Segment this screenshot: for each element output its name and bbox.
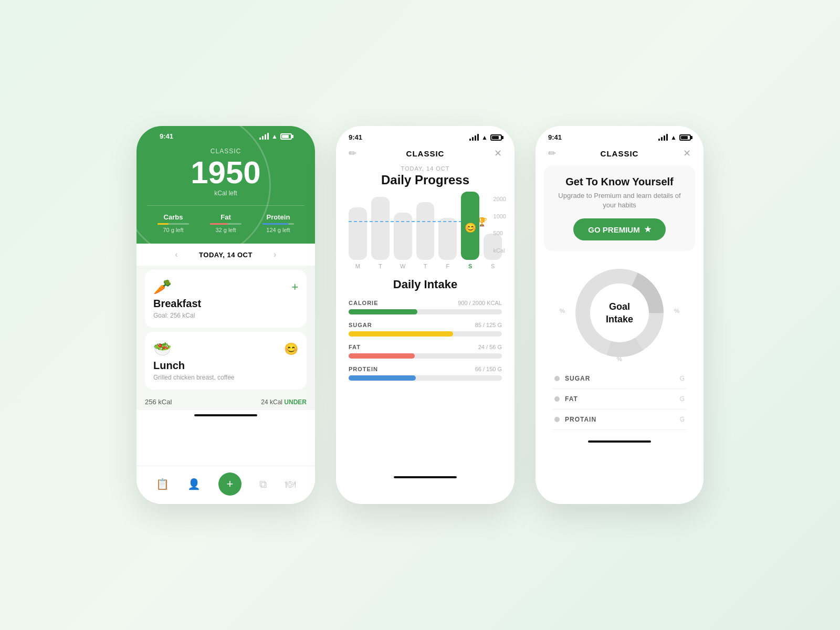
date-nav: ‹ TODAY, 14 OCT ›	[136, 244, 315, 266]
intake-title: Daily Intake	[349, 278, 502, 291]
nav-profile[interactable]: 👤	[187, 478, 201, 490]
kcal-display: 1950	[147, 157, 304, 188]
classic-label-1: CLASSIC	[147, 148, 304, 155]
bar-t2	[416, 202, 435, 260]
phone-2-topbar: ✏ CLASSIC ✕	[336, 143, 514, 165]
time-2: 9:41	[349, 133, 362, 141]
signal-icon	[259, 133, 269, 140]
star-icon: ★	[644, 225, 651, 234]
bottom-nav-1: 📋 👤 + ⧉ 🍽	[136, 466, 315, 504]
bar-col-t1: T	[371, 197, 390, 269]
legend-protein: PROTAIN G	[552, 410, 687, 430]
phone-1-body: ‹ TODAY, 14 OCT › 🥕 + Breakfast Goal: 25…	[136, 244, 315, 410]
bar-m	[349, 207, 367, 260]
percent-left: %	[560, 308, 565, 314]
premium-sub: Upgrade to Premium and learn details of …	[554, 191, 685, 210]
premium-title: Get To Know Yourself	[554, 176, 685, 188]
lunch-status-icon: 😊	[284, 342, 298, 356]
bar-col-t2: T	[416, 202, 435, 269]
status-bar-2: 9:41 ▲	[336, 126, 514, 143]
nav-cards[interactable]: ⧉	[259, 478, 267, 490]
bar-chart-inner: M T W T F	[349, 196, 502, 269]
legend-section: SUGAR G FAT G PROTAIN G	[544, 369, 695, 430]
wifi-icon-3: ▲	[670, 134, 677, 141]
lunch-emoji: 🥗	[153, 340, 172, 358]
donut-center-label: GoalIntake	[606, 301, 633, 326]
nav-diary[interactable]: 📋	[156, 478, 169, 490]
intake-section: Daily Intake CALORIE 900 / 2000 KCAL SUG…	[336, 269, 514, 396]
wifi-icon: ▲	[271, 133, 278, 140]
footer-under: 24 kCal UNDER	[261, 398, 307, 406]
close-button-2[interactable]: ✕	[494, 148, 502, 159]
home-indicator-3	[588, 440, 651, 443]
footer-kcal: 256 kCal	[145, 398, 172, 406]
donut-section: GoalIntake % % %	[544, 261, 695, 364]
legend-fat: FAT G	[552, 389, 687, 410]
phone3-body: Get To Know Yourself Upgrade to Premium …	[536, 165, 704, 430]
premium-card: Get To Know Yourself Upgrade to Premium …	[544, 165, 695, 251]
breakfast-goal: Goal: 256 kCal	[153, 312, 298, 319]
next-arrow[interactable]: ›	[274, 250, 277, 259]
phone3-topbar: ✏ CLASSIC ✕	[536, 143, 704, 165]
phone-3: 9:41 ▲ ✏ CLASSIC ✕ Get To Know Yourself …	[536, 126, 704, 504]
wifi-icon-2: ▲	[481, 134, 488, 141]
go-premium-button[interactable]: GO PREMIUM ★	[573, 218, 665, 240]
bar-t1	[371, 197, 390, 260]
sugar-dot	[554, 376, 560, 381]
add-breakfast-button[interactable]: +	[291, 280, 298, 294]
signal-icon-2	[469, 134, 479, 141]
donut-wrapper: GoalIntake % % %	[544, 257, 695, 369]
time-3: 9:41	[548, 133, 562, 141]
nutrient-protein: PROTEIN 66 / 150 G	[349, 366, 502, 381]
bar-col-m: M	[349, 207, 367, 269]
macro-carbs: Carbs 70 g left	[158, 213, 189, 233]
edit-icon[interactable]: ✏	[349, 148, 356, 159]
time-1: 9:41	[160, 132, 173, 140]
home-indicator-2	[394, 476, 457, 478]
status-bar-1: 9:41 ▲	[147, 126, 304, 142]
bar-col-s1: 😊 S	[461, 192, 479, 269]
close-button-3[interactable]: ✕	[683, 148, 691, 159]
date-label: TODAY, 14 OCT	[199, 251, 253, 259]
macro-protein: Protein 124 g left	[262, 213, 294, 233]
nutrient-fat: FAT 24 / 56 G	[349, 344, 502, 359]
y-labels: 2000 1000 500 kCal	[494, 196, 506, 254]
prev-arrow[interactable]: ‹	[175, 250, 178, 259]
protein-dot	[554, 417, 560, 422]
signal-icon-3	[658, 134, 668, 141]
lunch-card: 🥗 😊 Lunch Grilled chicken breast, coffee	[145, 332, 307, 390]
home-indicator-1	[194, 414, 257, 416]
status-bar-3: 9:41 ▲	[536, 126, 704, 143]
phone2-title: CLASSIC	[406, 149, 445, 158]
legend-sugar: SUGAR G	[552, 369, 687, 389]
nav-add-button[interactable]: +	[218, 472, 242, 496]
percent-right: %	[674, 308, 679, 314]
bar-f	[438, 218, 457, 260]
go-premium-label: GO PREMIUM	[588, 225, 639, 234]
bar-col-f: F	[438, 218, 457, 269]
bar-chart: 🏆 M T W T	[336, 196, 514, 269]
battery-icon	[280, 133, 292, 140]
macro-fat: Fat 32 g left	[210, 213, 242, 233]
bar-w	[394, 213, 412, 260]
edit-icon-3[interactable]: ✏	[548, 148, 556, 159]
date-label-2: TODAY, 14 OCT	[336, 165, 514, 172]
status-icons-2: ▲	[469, 134, 502, 141]
fat-dot	[554, 396, 560, 402]
battery-icon-3	[679, 134, 691, 141]
breakfast-emoji: 🥕	[153, 278, 172, 296]
breakfast-name: Breakfast	[153, 298, 298, 310]
battery-icon-2	[490, 134, 502, 141]
meal-footer: 256 kCal 24 kCal UNDER	[136, 394, 315, 410]
status-icons-3: ▲	[658, 134, 691, 141]
bar-s1-active: 😊	[461, 192, 479, 260]
nav-chef[interactable]: 🍽	[285, 478, 296, 490]
donut-container: GoalIntake % % %	[562, 266, 677, 360]
percent-bottom: %	[617, 356, 622, 362]
phone3-title: CLASSIC	[601, 149, 639, 158]
macros-row: Carbs 70 g left Fat 32 g left Protein 12…	[147, 205, 304, 233]
section1-title: Daily Progress	[336, 173, 514, 187]
lunch-name: Lunch	[153, 360, 298, 372]
nutrient-sugar: SUGAR 85 / 125 G	[349, 322, 502, 337]
kcal-sub: kCal left	[147, 190, 304, 197]
